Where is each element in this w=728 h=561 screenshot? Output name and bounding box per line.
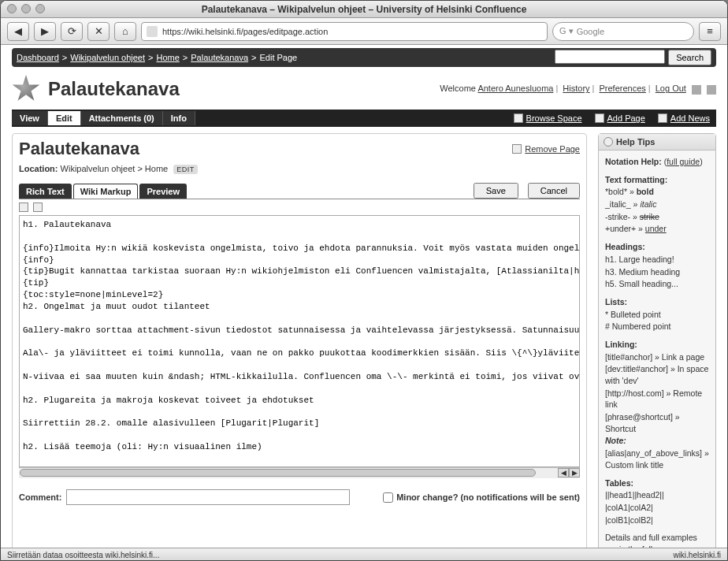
add-news-icon [658,113,667,123]
zoom-window-icon[interactable] [35,4,45,13]
tab-preview[interactable]: Preview [139,184,187,199]
status-text-right: wiki.helsinki.fi [673,551,721,559]
tab-attachments[interactable]: Attachments (0) [81,111,163,125]
history-link[interactable]: History [563,84,589,93]
tab-rich-text[interactable]: Rich Text [19,184,72,199]
url-text: https://wiki.helsinki.fi/pages/editpage.… [162,27,328,36]
url-bar[interactable]: https://wiki.helsinki.fi/pages/editpage.… [141,22,548,41]
horizontal-scrollbar[interactable]: ◀▶ [19,467,580,478]
forward-button[interactable]: ▶ [34,22,56,41]
help-icon [604,137,613,147]
user-link[interactable]: Antero Aunesluoma [477,84,553,93]
editor-tabs: Rich Text Wiki Markup Preview Save Cance… [19,183,580,199]
full-guide-link-2[interactable]: full [642,544,652,548]
insert-link-icon[interactable] [33,202,43,212]
breadcrumb-current: Edit Page [259,53,297,62]
add-page-icon [595,113,604,123]
tab-info[interactable]: Info [163,111,195,125]
status-text-left: Siirretään dataa osoitteesta wiki.helsin… [7,551,159,559]
user-links: Welcome Antero Aunesluoma| History| Pref… [440,84,716,94]
minor-change-checkbox[interactable] [383,492,393,503]
site-search-button[interactable]: Search [668,50,711,65]
minimize-window-icon[interactable] [21,4,31,13]
trash-icon [512,144,522,154]
toolbar-menu-button[interactable]: ≡ [699,22,721,41]
remove-page-link[interactable]: Remove Page [512,144,580,154]
space-title: Palautekanava [48,78,180,100]
scrollbar-thumb[interactable] [20,469,536,477]
browser-toolbar: ◀ ▶ ⟳ ✕ ⌂ https://wiki.helsinki.fi/pages… [1,18,727,45]
breadcrumb-dashboard[interactable]: Dashboard [17,53,59,62]
cancel-button[interactable]: Cancel [528,183,580,199]
window-titlebar: Palautekanava – Wikipalvelun ohjeet – Un… [1,1,727,18]
breadcrumb: Dashboard> Wikipalvelun ohjeet> Home> Pa… [12,48,716,67]
reload-button[interactable]: ⟳ [61,22,83,41]
scroll-right-icon[interactable]: ▶ [569,468,580,477]
save-button[interactable]: Save [474,183,518,199]
browse-space-link[interactable]: Browse Space [526,113,582,123]
traffic-lights [7,4,45,13]
add-news-link[interactable]: Add News [670,113,710,123]
editor-panel: Palautekanava Remove Page Location: Wiki… [12,133,587,548]
status-bar: Siirretään dataa osoitteesta wiki.helsin… [1,548,727,561]
editor-toolbar [19,199,580,215]
page-tabs: View Edit Attachments (0) Info Browse Sp… [12,110,716,127]
close-window-icon[interactable] [7,4,17,13]
add-page-link[interactable]: Add Page [607,113,645,123]
tab-wiki-markup[interactable]: Wiki Markup [73,184,139,199]
scroll-left-icon[interactable]: ◀ [558,468,569,477]
site-search-input[interactable] [555,50,665,64]
breadcrumb-space[interactable]: Wikipalvelun ohjeet [70,53,145,62]
window-title: Palautekanava – Wikipalvelun ohjeet – Un… [202,4,527,15]
insert-image-icon[interactable] [19,202,28,212]
comment-label: Comment: [19,492,61,502]
wiki-markup-editor[interactable] [20,216,579,466]
location-row: Location: Wikipalvelun ohjeet > Home EDI… [19,164,580,173]
comment-input[interactable] [66,489,350,505]
edit-location-button[interactable]: EDIT [173,165,198,174]
browser-search[interactable]: G ▾ Google [552,22,694,41]
favicon-icon [147,26,158,37]
full-guide-link[interactable]: full guide [667,157,700,166]
tab-view[interactable]: View [12,111,48,125]
export-icon[interactable] [707,85,716,95]
stop-button[interactable]: ✕ [87,22,110,41]
confluence-logo-icon [12,75,40,103]
back-button[interactable]: ◀ [7,22,29,41]
home-button[interactable]: ⌂ [114,22,136,41]
preferences-link[interactable]: Preferences [600,84,646,93]
logout-link[interactable]: Log Out [656,84,686,93]
breadcrumb-home[interactable]: Home [156,53,179,62]
browse-space-icon [514,113,523,123]
minor-change-label: Minor change? (no notifications will be … [396,492,580,502]
breadcrumb-page[interactable]: Palautekanava [191,53,248,62]
tab-edit[interactable]: Edit [48,111,81,125]
help-tips-panel: Help Tips Notation Help: (full guide) Te… [598,133,716,548]
help-tips-title: Help Tips [616,137,655,147]
search-placeholder: Google [577,27,604,36]
page-title: Palautekanava [19,139,139,159]
print-icon[interactable] [692,85,701,95]
